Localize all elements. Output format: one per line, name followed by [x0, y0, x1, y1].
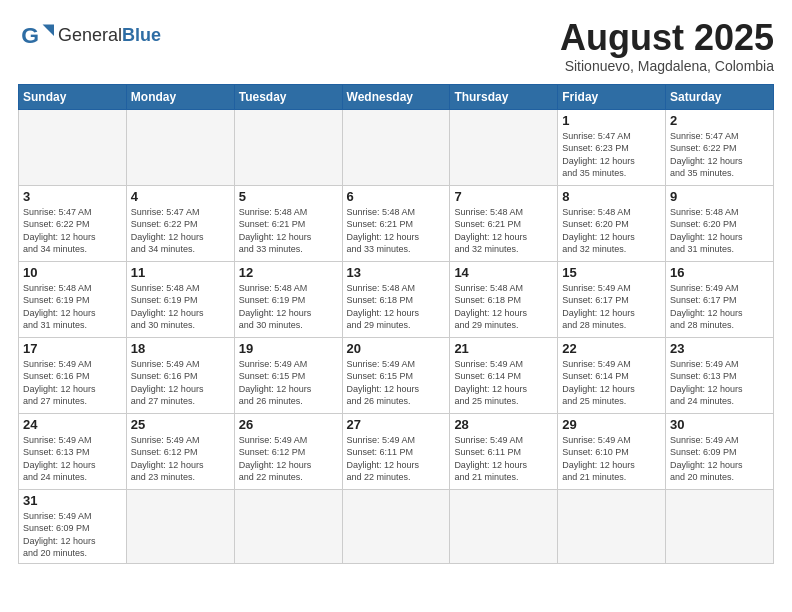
calendar-cell: 9Sunrise: 5:48 AM Sunset: 6:20 PM Daylig…	[666, 185, 774, 261]
logo: G GeneralBlue	[18, 18, 161, 54]
day-info: Sunrise: 5:47 AM Sunset: 6:22 PM Dayligh…	[131, 206, 230, 256]
day-number: 7	[454, 189, 553, 204]
day-info: Sunrise: 5:48 AM Sunset: 6:20 PM Dayligh…	[670, 206, 769, 256]
title-block: August 2025 Sitionuevo, Magdalena, Colom…	[560, 18, 774, 74]
calendar-week-6: 31Sunrise: 5:49 AM Sunset: 6:09 PM Dayli…	[19, 489, 774, 563]
calendar-week-2: 3Sunrise: 5:47 AM Sunset: 6:22 PM Daylig…	[19, 185, 774, 261]
calendar-cell: 24Sunrise: 5:49 AM Sunset: 6:13 PM Dayli…	[19, 413, 127, 489]
calendar-cell: 2Sunrise: 5:47 AM Sunset: 6:22 PM Daylig…	[666, 109, 774, 185]
day-number: 29	[562, 417, 661, 432]
header-cell-thursday: Thursday	[450, 84, 558, 109]
calendar-title: August 2025	[560, 18, 774, 58]
day-number: 3	[23, 189, 122, 204]
calendar-week-4: 17Sunrise: 5:49 AM Sunset: 6:16 PM Dayli…	[19, 337, 774, 413]
calendar-cell	[558, 489, 666, 563]
logo-text-block: GeneralBlue	[58, 25, 161, 47]
calendar-cell: 22Sunrise: 5:49 AM Sunset: 6:14 PM Dayli…	[558, 337, 666, 413]
calendar-cell: 20Sunrise: 5:49 AM Sunset: 6:15 PM Dayli…	[342, 337, 450, 413]
day-info: Sunrise: 5:48 AM Sunset: 6:18 PM Dayligh…	[347, 282, 446, 332]
day-info: Sunrise: 5:49 AM Sunset: 6:17 PM Dayligh…	[562, 282, 661, 332]
day-number: 24	[23, 417, 122, 432]
day-info: Sunrise: 5:48 AM Sunset: 6:18 PM Dayligh…	[454, 282, 553, 332]
day-number: 6	[347, 189, 446, 204]
calendar-cell: 1Sunrise: 5:47 AM Sunset: 6:23 PM Daylig…	[558, 109, 666, 185]
calendar-cell: 28Sunrise: 5:49 AM Sunset: 6:11 PM Dayli…	[450, 413, 558, 489]
calendar-cell	[234, 109, 342, 185]
day-number: 18	[131, 341, 230, 356]
header-cell-saturday: Saturday	[666, 84, 774, 109]
day-info: Sunrise: 5:49 AM Sunset: 6:11 PM Dayligh…	[454, 434, 553, 484]
day-info: Sunrise: 5:49 AM Sunset: 6:10 PM Dayligh…	[562, 434, 661, 484]
calendar-cell: 26Sunrise: 5:49 AM Sunset: 6:12 PM Dayli…	[234, 413, 342, 489]
day-info: Sunrise: 5:47 AM Sunset: 6:22 PM Dayligh…	[670, 130, 769, 180]
day-number: 20	[347, 341, 446, 356]
calendar-cell: 16Sunrise: 5:49 AM Sunset: 6:17 PM Dayli…	[666, 261, 774, 337]
day-number: 2	[670, 113, 769, 128]
calendar-week-5: 24Sunrise: 5:49 AM Sunset: 6:13 PM Dayli…	[19, 413, 774, 489]
calendar-cell: 17Sunrise: 5:49 AM Sunset: 6:16 PM Dayli…	[19, 337, 127, 413]
calendar-cell: 5Sunrise: 5:48 AM Sunset: 6:21 PM Daylig…	[234, 185, 342, 261]
day-info: Sunrise: 5:49 AM Sunset: 6:13 PM Dayligh…	[670, 358, 769, 408]
day-number: 22	[562, 341, 661, 356]
day-number: 28	[454, 417, 553, 432]
calendar-cell: 3Sunrise: 5:47 AM Sunset: 6:22 PM Daylig…	[19, 185, 127, 261]
header-cell-friday: Friday	[558, 84, 666, 109]
calendar-cell: 30Sunrise: 5:49 AM Sunset: 6:09 PM Dayli…	[666, 413, 774, 489]
calendar-header: SundayMondayTuesdayWednesdayThursdayFrid…	[19, 84, 774, 109]
page: G GeneralBlue August 2025 Sitionuevo, Ma…	[0, 0, 792, 612]
day-number: 8	[562, 189, 661, 204]
calendar-cell: 14Sunrise: 5:48 AM Sunset: 6:18 PM Dayli…	[450, 261, 558, 337]
calendar-cell: 25Sunrise: 5:49 AM Sunset: 6:12 PM Dayli…	[126, 413, 234, 489]
day-number: 17	[23, 341, 122, 356]
day-info: Sunrise: 5:49 AM Sunset: 6:09 PM Dayligh…	[670, 434, 769, 484]
day-info: Sunrise: 5:49 AM Sunset: 6:12 PM Dayligh…	[131, 434, 230, 484]
day-number: 12	[239, 265, 338, 280]
header-row: SundayMondayTuesdayWednesdayThursdayFrid…	[19, 84, 774, 109]
calendar-table: SundayMondayTuesdayWednesdayThursdayFrid…	[18, 84, 774, 564]
day-info: Sunrise: 5:47 AM Sunset: 6:22 PM Dayligh…	[23, 206, 122, 256]
calendar-cell: 7Sunrise: 5:48 AM Sunset: 6:21 PM Daylig…	[450, 185, 558, 261]
day-number: 16	[670, 265, 769, 280]
calendar-cell	[450, 109, 558, 185]
calendar-cell	[450, 489, 558, 563]
day-number: 30	[670, 417, 769, 432]
day-info: Sunrise: 5:49 AM Sunset: 6:09 PM Dayligh…	[23, 510, 122, 560]
day-number: 14	[454, 265, 553, 280]
calendar-cell: 12Sunrise: 5:48 AM Sunset: 6:19 PM Dayli…	[234, 261, 342, 337]
logo-icon: G	[18, 18, 54, 54]
day-number: 15	[562, 265, 661, 280]
calendar-cell	[234, 489, 342, 563]
calendar-cell	[126, 109, 234, 185]
calendar-cell	[19, 109, 127, 185]
day-number: 4	[131, 189, 230, 204]
calendar-cell	[666, 489, 774, 563]
calendar-cell	[342, 489, 450, 563]
calendar-week-3: 10Sunrise: 5:48 AM Sunset: 6:19 PM Dayli…	[19, 261, 774, 337]
calendar-cell: 31Sunrise: 5:49 AM Sunset: 6:09 PM Dayli…	[19, 489, 127, 563]
day-number: 10	[23, 265, 122, 280]
calendar-cell	[342, 109, 450, 185]
day-info: Sunrise: 5:49 AM Sunset: 6:17 PM Dayligh…	[670, 282, 769, 332]
logo-label: GeneralBlue	[58, 25, 161, 47]
calendar-subtitle: Sitionuevo, Magdalena, Colombia	[560, 58, 774, 74]
header-cell-sunday: Sunday	[19, 84, 127, 109]
day-info: Sunrise: 5:49 AM Sunset: 6:15 PM Dayligh…	[239, 358, 338, 408]
day-number: 9	[670, 189, 769, 204]
day-number: 5	[239, 189, 338, 204]
day-info: Sunrise: 5:48 AM Sunset: 6:21 PM Dayligh…	[347, 206, 446, 256]
day-info: Sunrise: 5:48 AM Sunset: 6:19 PM Dayligh…	[131, 282, 230, 332]
calendar-week-1: 1Sunrise: 5:47 AM Sunset: 6:23 PM Daylig…	[19, 109, 774, 185]
day-number: 31	[23, 493, 122, 508]
calendar-cell: 21Sunrise: 5:49 AM Sunset: 6:14 PM Dayli…	[450, 337, 558, 413]
day-number: 26	[239, 417, 338, 432]
day-info: Sunrise: 5:48 AM Sunset: 6:20 PM Dayligh…	[562, 206, 661, 256]
day-number: 25	[131, 417, 230, 432]
day-number: 11	[131, 265, 230, 280]
day-info: Sunrise: 5:48 AM Sunset: 6:21 PM Dayligh…	[239, 206, 338, 256]
svg-text:G: G	[21, 22, 39, 48]
header: G GeneralBlue August 2025 Sitionuevo, Ma…	[18, 18, 774, 74]
calendar-cell: 6Sunrise: 5:48 AM Sunset: 6:21 PM Daylig…	[342, 185, 450, 261]
calendar-cell: 29Sunrise: 5:49 AM Sunset: 6:10 PM Dayli…	[558, 413, 666, 489]
day-info: Sunrise: 5:49 AM Sunset: 6:16 PM Dayligh…	[23, 358, 122, 408]
calendar-cell	[126, 489, 234, 563]
